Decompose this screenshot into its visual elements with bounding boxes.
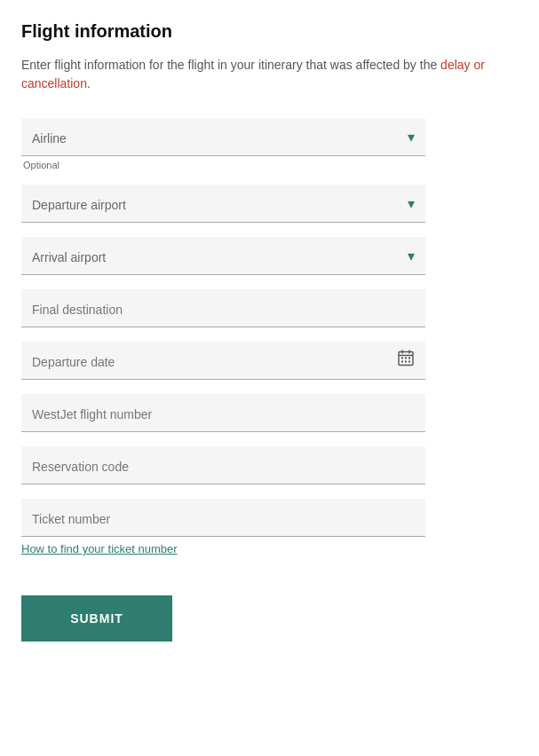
airline-select[interactable]: Airline	[32, 131, 415, 146]
reservation-code-field-group	[21, 446, 518, 484]
departure-date-wrapper[interactable]	[21, 342, 425, 380]
departure-airport-select[interactable]: Departure airport	[32, 198, 415, 212]
final-destination-wrapper[interactable]	[21, 289, 425, 327]
ticket-number-input[interactable]	[32, 512, 415, 526]
departure-airport-wrapper[interactable]: Departure airport ▾	[21, 185, 425, 223]
departure-date-input[interactable]	[32, 355, 415, 369]
reservation-code-input[interactable]	[32, 460, 415, 474]
arrival-airport-field-group: Arrival airport ▾	[21, 237, 518, 275]
final-destination-input[interactable]	[32, 303, 415, 317]
westjet-flight-number-wrapper[interactable]	[21, 394, 425, 432]
airline-field-group: Airline ▾ Optional	[21, 118, 518, 170]
departure-airport-field-group: Departure airport ▾	[21, 185, 518, 223]
ticket-number-field-group: How to find your ticket number	[21, 499, 518, 556]
arrival-airport-select[interactable]: Arrival airport	[32, 250, 415, 264]
westjet-flight-number-field-group	[21, 394, 518, 432]
how-to-find-ticket-link[interactable]: How to find your ticket number	[21, 542, 178, 555]
departure-date-field-group	[21, 342, 518, 380]
final-destination-field-group	[21, 289, 518, 327]
form-subtitle: Enter flight information for the flight …	[21, 56, 518, 93]
reservation-code-wrapper[interactable]	[21, 446, 425, 484]
ticket-number-wrapper[interactable]	[21, 499, 425, 537]
arrival-airport-wrapper[interactable]: Arrival airport ▾	[21, 237, 425, 275]
westjet-flight-number-input[interactable]	[32, 407, 415, 421]
airline-optional-label: Optional	[21, 160, 518, 170]
submit-button[interactable]: SUBMIT	[21, 595, 172, 642]
airline-dropdown-wrapper[interactable]: Airline ▾	[21, 118, 425, 156]
page-title: Flight information	[21, 21, 518, 42]
